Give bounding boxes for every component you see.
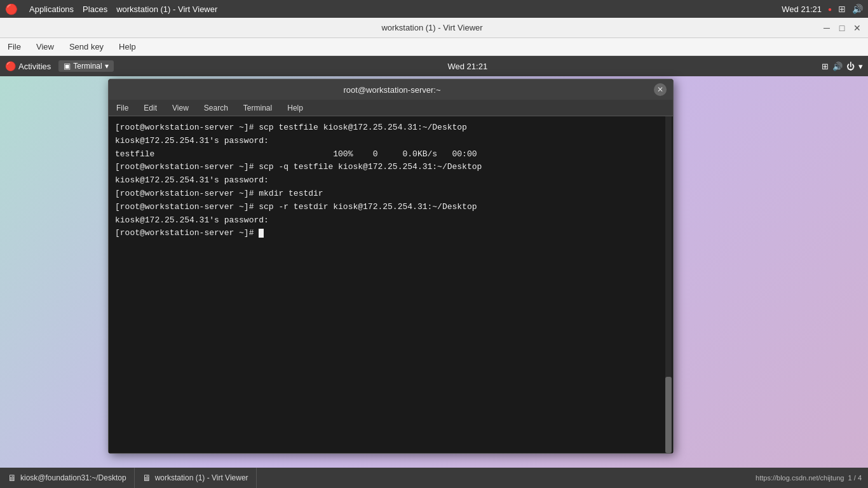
minimize-button[interactable]: ─: [821, 22, 832, 34]
menu-view[interactable]: View: [34, 41, 57, 53]
terminal-titlebar: root@workstation-server:~ ✕: [109, 79, 673, 100]
terminal-cursor: [259, 229, 264, 238]
terminal-scrollbar[interactable]: [665, 116, 672, 453]
taskbar-kiosk-icon: 🖥: [8, 473, 17, 483]
taskbar-item-kiosk[interactable]: 🖥 kiosk@foundation31:~/Desktop: [0, 468, 135, 488]
gnome-arrow-icon[interactable]: ▾: [858, 62, 863, 71]
virt-viewer-chrome: workstation (1) - Virt Viewer ─ □ ✕: [0, 18, 868, 38]
applications-menu[interactable]: Applications: [29, 4, 74, 14]
terminal-window: root@workstation-server:~ ✕ File Edit Vi…: [108, 79, 674, 454]
terminal-menu-terminal[interactable]: Terminal: [241, 102, 275, 114]
activities-dot: 🔴: [5, 61, 16, 71]
system-bar: 🔴 Applications Places workstation (1) - …: [0, 0, 868, 18]
terminal-arrow: ▾: [105, 62, 109, 71]
terminal-line: kiosk@172.25.254.31's password:: [115, 214, 667, 227]
taskbar-url: https://blog.csdn.net/chijtung: [756, 474, 844, 482]
taskbar-virt-label: workstation (1) - Virt Viewer: [155, 473, 248, 482]
network-icon[interactable]: ⊞: [838, 4, 846, 14]
window-controls: ─ □ ✕: [821, 22, 863, 34]
terminal-icon: ▣: [64, 62, 71, 71]
terminal-close-button[interactable]: ✕: [654, 83, 667, 96]
terminal-line: [root@workstation-server ~]# mkdir testd…: [115, 187, 667, 201]
terminal-line: kiosk@172.25.254.31's password:: [115, 135, 667, 148]
taskbar-left: 🖥 kiosk@foundation31:~/Desktop 🖥 worksta…: [0, 468, 257, 488]
terminal-line: [root@workstation-server ~]#: [115, 227, 667, 240]
places-menu[interactable]: Places: [83, 4, 107, 14]
terminal-body[interactable]: [root@workstation-server ~]# scp testfil…: [109, 116, 673, 453]
redhat-icon: 🔴: [5, 3, 18, 15]
volume-icon[interactable]: 🔊: [852, 4, 863, 14]
activities-button[interactable]: 🔴 Activities: [5, 61, 51, 71]
system-bar-right: Wed 21:21 ● ⊞ 🔊: [782, 4, 863, 14]
taskbar-virt-icon: 🖥: [142, 473, 151, 483]
terminal-button[interactable]: ▣ Terminal ▾: [58, 60, 113, 72]
gnome-bar: 🔴 Activities ▣ Terminal ▾ Wed 21:21 ⊞ 🔊 …: [0, 56, 868, 76]
menu-file[interactable]: File: [5, 41, 24, 53]
recording-dot: ●: [828, 6, 832, 13]
terminal-line: [root@workstation-server ~]# scp -q test…: [115, 161, 667, 174]
taskbar-kiosk-label: kiosk@foundation31:~/Desktop: [20, 473, 126, 482]
virt-viewer-title: workstation (1) - Virt Viewer: [43, 23, 821, 32]
terminal-menu-view[interactable]: View: [170, 102, 191, 114]
system-bar-left: 🔴 Applications Places workstation (1) - …: [5, 3, 217, 15]
desktop-area: ▲ 西部开源 root@workstation-server:~ ✕ File …: [0, 76, 868, 468]
menu-send-key[interactable]: Send key: [67, 41, 106, 53]
terminal-line: kiosk@172.25.254.31's password:: [115, 174, 667, 187]
maximize-button[interactable]: □: [836, 22, 848, 34]
menu-help[interactable]: Help: [116, 41, 139, 53]
gnome-network-icon[interactable]: ⊞: [822, 62, 829, 71]
gnome-time: Wed 21:21: [448, 62, 488, 71]
gnome-volume-icon[interactable]: 🔊: [832, 62, 843, 71]
terminal-menu-file[interactable]: File: [114, 102, 131, 114]
taskbar-item-virtviewer[interactable]: 🖥 workstation (1) - Virt Viewer: [135, 468, 257, 488]
system-time: Wed 21:21: [782, 4, 822, 14]
terminal-line: [root@workstation-server ~]# scp -r test…: [115, 201, 667, 214]
terminal-menu-help[interactable]: Help: [285, 102, 306, 114]
gnome-power-icon[interactable]: ⏻: [846, 62, 855, 71]
gnome-sys-icons: ⊞ 🔊 ⏻ ▾: [822, 62, 863, 71]
close-button[interactable]: ✕: [851, 22, 863, 34]
terminal-line: [root@workstation-server ~]# scp testfil…: [115, 121, 667, 135]
window-title-in-bar: workstation (1) - Virt Viewer: [116, 4, 217, 14]
gnome-bar-left: 🔴 Activities ▣ Terminal ▾: [5, 60, 114, 72]
terminal-menu-bar: File Edit View Search Terminal Help: [109, 100, 673, 116]
virt-viewer-menu-bar: File View Send key Help: [0, 38, 868, 56]
terminal-menu-search[interactable]: Search: [201, 102, 231, 114]
terminal-menu-edit[interactable]: Edit: [141, 102, 159, 114]
taskbar-right: https://blog.csdn.net/chijtung 1 / 4: [749, 474, 868, 482]
taskbar-page: 1 / 4: [848, 474, 862, 482]
terminal-scrollbar-thumb[interactable]: [665, 377, 672, 453]
taskbar: 🖥 kiosk@foundation31:~/Desktop 🖥 worksta…: [0, 468, 868, 488]
terminal-title: root@workstation-server:~: [130, 85, 654, 95]
terminal-label: Terminal: [73, 62, 102, 71]
terminal-line: testfile 100% 0 0.0KB/s 00:00: [115, 148, 667, 161]
activities-label: Activities: [18, 62, 51, 71]
